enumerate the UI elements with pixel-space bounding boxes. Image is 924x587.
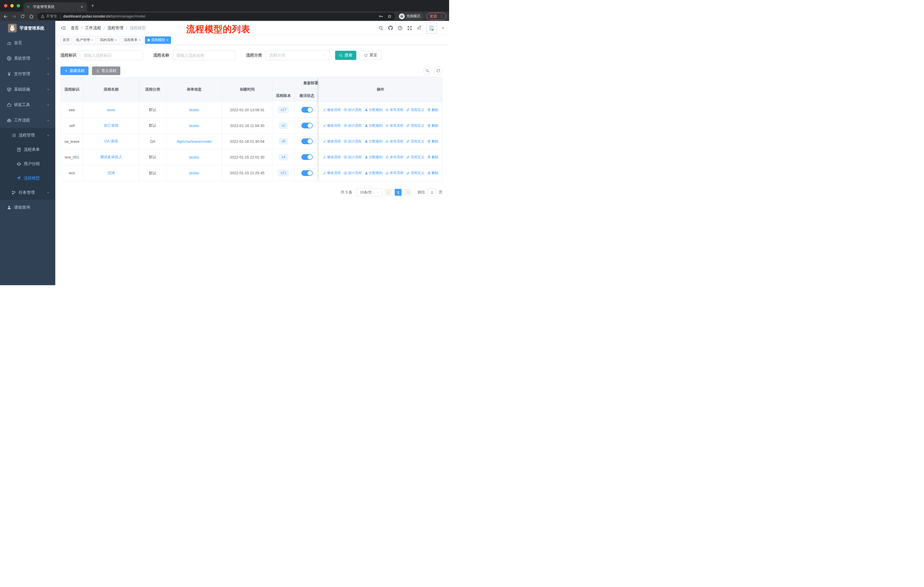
design-process-link[interactable]: 设计流程 (344, 170, 362, 175)
forward-icon[interactable] (10, 13, 18, 19)
assign-rule-link[interactable]: 分配规则 (365, 139, 383, 144)
delete-link[interactable]: 删除 (427, 139, 439, 144)
process-definition-link[interactable]: 流程定义 (406, 123, 424, 128)
publish-process-link[interactable]: 发布流程 (386, 139, 404, 144)
current-page-button[interactable]: 1 (395, 189, 402, 196)
window-maximize-button[interactable] (16, 4, 20, 7)
active-toggle[interactable] (301, 170, 313, 176)
github-icon[interactable] (388, 25, 393, 31)
edit-process-link[interactable]: 修改流程 (323, 155, 341, 160)
edit-process-link[interactable]: 修改流程 (323, 170, 341, 175)
tag-process-form[interactable]: 流程表单 × (121, 36, 144, 44)
sidebar-item-leave-query[interactable]: 请假查询 (0, 200, 55, 215)
process-name-link[interactable]: OA 请假 (104, 139, 118, 144)
toggle-search-button[interactable] (423, 66, 432, 75)
delete-link[interactable]: 删除 (427, 123, 439, 128)
process-name-input[interactable] (173, 50, 236, 60)
tag-home[interactable]: 首页 (60, 36, 72, 44)
sidebar-item-devtools[interactable]: 研发工具 (0, 97, 55, 112)
tag-my-process[interactable]: 我的流程 × (97, 36, 120, 44)
sidebar-item-system[interactable]: 系统管理 (0, 51, 55, 66)
publish-process-link[interactable]: 发布流程 (386, 123, 404, 128)
sidebar-item-user-group[interactable]: 用户分组 (0, 157, 55, 171)
delete-link[interactable]: 删除 (427, 170, 439, 175)
help-icon[interactable] (398, 25, 403, 31)
process-name-link[interactable]: eeee (107, 108, 116, 112)
goto-page-input[interactable] (427, 189, 437, 196)
sidebar-item-payment[interactable]: 支付管理 (0, 66, 55, 82)
process-category-select[interactable]: 流程分类 (266, 50, 330, 60)
security-indicator[interactable]: 不安全 (41, 14, 57, 19)
sidebar-item-process-model[interactable]: 流程模型 (0, 171, 55, 185)
avatar-caret-down-icon[interactable] (441, 26, 444, 30)
browser-update-button[interactable]: 更新 ⋮ (426, 13, 446, 20)
assign-rule-link[interactable]: 分配规则 (365, 170, 383, 175)
app-logo[interactable]: 芋道管理系统 (0, 21, 55, 35)
breadcrumb-process-management[interactable]: 流程管理 (107, 25, 124, 31)
form-info-link[interactable]: /bpm/oa/leave/create (177, 139, 211, 144)
edit-process-link[interactable]: 修改流程 (323, 139, 341, 144)
process-definition-link[interactable]: 流程定义 (406, 107, 424, 112)
tag-close-icon[interactable]: × (167, 38, 168, 42)
tag-close-icon[interactable]: × (91, 38, 93, 42)
tab-close-icon[interactable]: × (80, 5, 84, 9)
form-info-link[interactable]: biubiu (189, 155, 200, 159)
sidebar-item-process-form[interactable]: 流程表单 (0, 142, 55, 157)
process-definition-link[interactable]: 流程定义 (406, 139, 424, 144)
tag-close-icon[interactable]: × (139, 38, 141, 42)
publish-process-link[interactable]: 发布流程 (386, 107, 404, 112)
sidebar-item-workflow[interactable]: 工作流程 (0, 112, 55, 128)
active-toggle[interactable] (301, 123, 313, 128)
active-toggle[interactable] (301, 139, 313, 144)
sidebar-item-process-management[interactable]: 流程管理 (0, 128, 55, 142)
tag-tenant[interactable]: 租户管理 × (74, 36, 96, 44)
breadcrumb-home[interactable]: 首页 (71, 25, 79, 31)
window-close-button[interactable] (4, 4, 7, 7)
publish-process-link[interactable]: 发布流程 (386, 170, 404, 175)
delete-link[interactable]: 删除 (427, 155, 439, 160)
edit-process-link[interactable]: 修改流程 (323, 107, 341, 112)
search-button[interactable]: 搜索 (335, 51, 356, 60)
reset-button[interactable]: 重置 (360, 51, 381, 60)
bookmark-star-icon[interactable] (387, 14, 392, 19)
form-info-link[interactable]: biubiu (189, 108, 200, 112)
reload-icon[interactable] (18, 14, 27, 19)
sidebar-item-task-management[interactable]: 任务管理 (0, 185, 55, 200)
back-icon[interactable] (1, 13, 10, 19)
active-toggle[interactable] (301, 107, 313, 112)
process-name-link[interactable]: 测试多审批人 (100, 154, 122, 160)
process-definition-link[interactable]: 流程定义 (406, 170, 424, 175)
process-name-link[interactable]: 滔博 (107, 170, 115, 176)
next-page-button[interactable] (404, 189, 411, 196)
tag-close-icon[interactable]: × (115, 38, 117, 42)
process-key-input[interactable] (80, 50, 143, 60)
design-process-link[interactable]: 设计流程 (344, 155, 362, 160)
sidebar-item-infrastructure[interactable]: 基础设施 (0, 82, 55, 97)
browser-tab[interactable]: 芋道管理系统 × (23, 2, 87, 12)
refresh-table-button[interactable] (434, 66, 442, 75)
process-definition-link[interactable]: 流程定义 (406, 155, 424, 160)
search-icon[interactable] (378, 25, 383, 31)
prev-page-button[interactable] (385, 189, 392, 196)
design-process-link[interactable]: 设计流程 (344, 123, 362, 128)
create-process-button[interactable]: 新建流程 (60, 66, 89, 75)
assign-rule-link[interactable]: 分配规则 (365, 155, 383, 160)
delete-link[interactable]: 删除 (427, 107, 439, 112)
assign-rule-link[interactable]: 分配规则 (365, 107, 383, 112)
form-info-link[interactable]: biubiu (189, 171, 200, 175)
font-size-icon[interactable] (416, 25, 422, 31)
assign-rule-link[interactable]: 分配规则 (365, 123, 383, 128)
design-process-link[interactable]: 设计流程 (344, 107, 362, 112)
browser-menu-icon[interactable]: ⋮ (439, 14, 443, 18)
address-bar[interactable]: 不安全 dashboard.yudao.iocoder.cn/bpm/manag… (37, 13, 395, 20)
design-process-link[interactable]: 设计流程 (344, 139, 362, 144)
publish-process-link[interactable]: 发布流程 (386, 155, 404, 160)
new-tab-button[interactable]: + (91, 3, 94, 8)
home-icon[interactable] (27, 13, 36, 19)
import-process-button[interactable]: 导入流程 (92, 66, 120, 75)
tag-process-model[interactable]: 流程模型 × (145, 36, 171, 44)
user-avatar[interactable] (426, 23, 437, 33)
edit-process-link[interactable]: 修改流程 (323, 123, 341, 128)
form-info-link[interactable]: biubiu (189, 124, 200, 128)
fullscreen-icon[interactable] (407, 25, 412, 31)
